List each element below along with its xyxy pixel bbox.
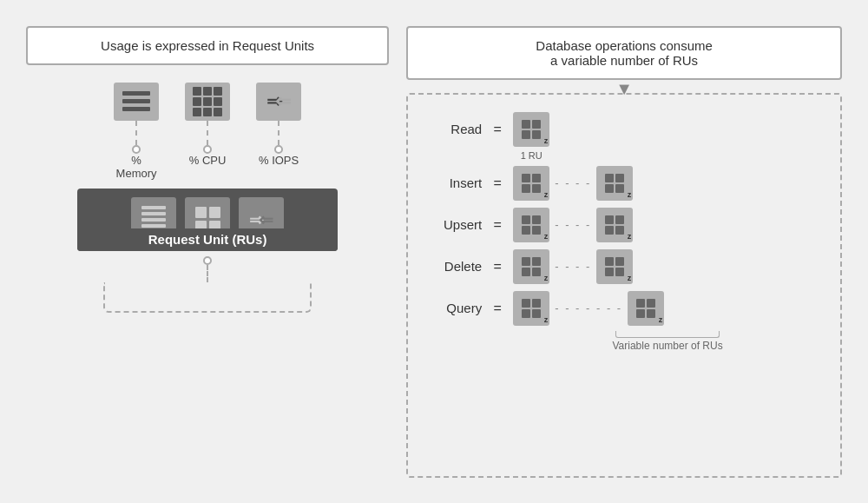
iops-resource-icon: ⇒ ⇐: [256, 83, 301, 121]
op-equals-query: =: [490, 301, 504, 316]
op-label-upsert: Upsert: [425, 217, 482, 232]
read-icon-wrapper: z 1 RU: [513, 112, 549, 147]
op-label-insert: Insert: [425, 175, 482, 190]
delete-db-icon-2: z: [596, 249, 633, 284]
insert-db-icon-1: z: [513, 166, 549, 201]
iops-connector: [256, 121, 301, 154]
read-db-icon: z: [513, 112, 549, 147]
top-resource-icons: ⇒ ⇐: [114, 83, 301, 121]
iops-icon: ⇒ ⇐: [266, 90, 291, 113]
op-row-upsert: Upsert = z - - - -: [425, 208, 823, 242]
memory-label: % Memory: [114, 154, 159, 180]
bottom-dashed-line: [207, 265, 208, 282]
query-db-icon-2: z: [628, 291, 664, 326]
ru-label-text: Request Unit (RUs): [148, 232, 267, 247]
cpu-icon-box: [185, 83, 230, 121]
cpu-resource-icon: [185, 83, 230, 121]
op-equals-delete: =: [490, 259, 504, 275]
op-icons-insert: z - - - - z: [513, 166, 823, 201]
iops-label: % IOPS: [256, 154, 301, 180]
delete-db-icon-1: z: [513, 249, 549, 284]
op-equals-upsert: =: [490, 217, 504, 233]
ru-label: Request Unit (RUs): [77, 228, 338, 251]
dashed-operations-container: ▼ Read =: [406, 93, 842, 478]
insert-db-icon-2: z: [596, 166, 633, 201]
read-ru-number: 1 RU: [521, 150, 542, 161]
memory-connector: [114, 121, 159, 154]
cpu-connector: [185, 121, 230, 154]
iops-icon-box: ⇒ ⇐: [256, 83, 301, 121]
variable-label-wrapper: Variable number of RUs: [512, 331, 823, 352]
op-icons-upsert: z - - - - z: [513, 208, 823, 242]
op-label-query: Query: [425, 301, 482, 315]
op-icons-query: z - - - - - - - z: [513, 291, 823, 326]
right-title-line1: Database operations consume: [536, 38, 712, 53]
variable-bracket: [615, 331, 720, 338]
ru-box-wrapper: ⇒ ⇐ Request Unit (RUs): [77, 189, 338, 251]
insert-dashes: - - - -: [555, 176, 591, 189]
memory-icon-box: [114, 83, 159, 121]
resources-area: ⇒ ⇐: [26, 83, 389, 313]
bottom-connector: [103, 256, 312, 313]
bottom-dashed-box: [103, 282, 312, 313]
upsert-dashes: - - - -: [555, 218, 591, 231]
op-label-read: Read: [425, 122, 482, 136]
connector-lines: [114, 121, 301, 154]
memory-icon: [118, 87, 155, 116]
op-row-read: Read = z: [425, 112, 823, 147]
operations-table: Read = z: [425, 112, 823, 326]
right-panel: Database operations consume a variable n…: [406, 26, 842, 478]
op-equals-insert: =: [490, 175, 504, 191]
left-title: Usage is expressed in Request Units: [101, 38, 314, 53]
op-equals-read: =: [490, 122, 504, 137]
main-container: Usage is expressed in Request Units: [17, 17, 851, 486]
down-arrow-icon: ▼: [615, 79, 633, 99]
op-row-query: Query = z - - - - - - -: [425, 291, 823, 326]
op-row-insert: Insert = z - - - -: [425, 166, 823, 201]
right-title-box: Database operations consume a variable n…: [406, 26, 842, 80]
delete-dashes: - - - -: [555, 260, 591, 273]
query-dashes: - - - - - - -: [555, 301, 622, 314]
cpu-icon: [188, 83, 227, 121]
left-panel: Usage is expressed in Request Units: [26, 26, 389, 478]
op-icons-delete: z - - - - z: [513, 249, 823, 284]
resource-labels: % Memory % CPU % IOPS: [114, 154, 301, 180]
op-icons-read: z 1 RU: [513, 112, 823, 147]
op-row-delete: Delete = z - - - -: [425, 249, 823, 284]
op-label-delete: Delete: [425, 259, 482, 274]
memory-resource-icon: [114, 83, 159, 121]
left-title-box: Usage is expressed in Request Units: [26, 26, 389, 65]
cpu-label: % CPU: [185, 154, 230, 180]
variable-label: Variable number of RUs: [613, 340, 723, 352]
query-db-icon-1: z: [513, 291, 549, 326]
upsert-db-icon-1: z: [513, 208, 549, 242]
upsert-db-icon-2: z: [596, 208, 633, 242]
right-title-line2: a variable number of RUs: [550, 53, 698, 68]
